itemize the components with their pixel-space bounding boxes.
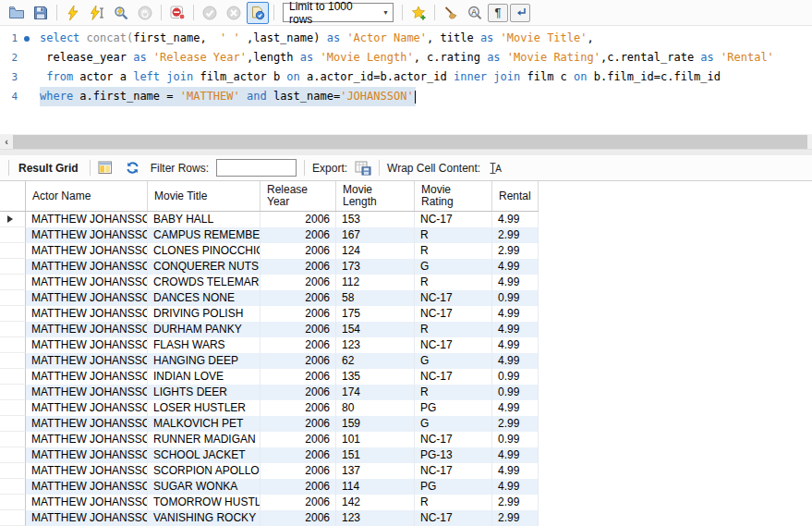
row-selector[interactable] — [0, 306, 26, 322]
open-script-button[interactable] — [6, 3, 28, 23]
sql-line-1[interactable]: 1select concat(first_name, ' ' ,last_nam… — [0, 29, 812, 48]
cell-movie-rating[interactable]: G — [415, 353, 492, 369]
table-row[interactable]: MATTHEW JOHANSSONSCORPION APOLLO2006137N… — [0, 463, 539, 479]
scroll-left-arrow[interactable]: ‹ — [0, 134, 13, 149]
table-row[interactable]: MATTHEW JOHANSSONLOSER HUSTLER200680PG4.… — [0, 400, 539, 416]
cell-actor-name[interactable]: MATTHEW JOHANSSON — [26, 227, 148, 243]
cell-movie-length[interactable]: 124 — [336, 243, 415, 259]
row-selector[interactable] — [0, 463, 26, 479]
cell-rental[interactable]: 4.99 — [492, 337, 539, 353]
sql-line-2[interactable]: 2 release_year as 'Release Year',length … — [0, 48, 812, 67]
filter-rows-input[interactable] — [216, 159, 297, 177]
table-row[interactable]: MATTHEW JOHANSSONDRIVING POLISH2006175NC… — [0, 306, 539, 322]
cell-movie-rating[interactable]: G — [415, 416, 492, 432]
cell-movie-rating[interactable]: R — [415, 322, 492, 337]
table-row[interactable]: MATTHEW JOHANSSONLIGHTS DEER2006174R0.99 — [0, 385, 539, 400]
table-row[interactable]: MATTHEW JOHANSSONCROWDS TELEMARK2006112R… — [0, 275, 539, 290]
column-header-rental[interactable]: Rental — [492, 181, 539, 211]
cell-movie-length[interactable]: 151 — [336, 447, 415, 463]
cell-movie-length[interactable]: 137 — [336, 463, 415, 479]
cell-movie-title[interactable]: SCORPION APOLLO — [148, 463, 261, 479]
cell-movie-title[interactable]: RUNNER MADIGAN — [148, 432, 261, 447]
row-selector[interactable] — [0, 337, 26, 353]
find-button[interactable]: A — [464, 3, 486, 23]
cell-actor-name[interactable]: MATTHEW JOHANSSON — [26, 212, 148, 227]
row-selector[interactable] — [0, 510, 26, 526]
cell-movie-rating[interactable]: NC-17 — [415, 212, 492, 227]
column-header-movie-rating[interactable]: Movie Rating — [415, 181, 492, 211]
cell-movie-length[interactable]: 167 — [336, 227, 415, 243]
show-invisibles-toggle[interactable]: ¶ — [488, 4, 508, 22]
cell-movie-length[interactable]: 123 — [336, 337, 415, 353]
cell-release-year[interactable]: 2006 — [261, 227, 336, 243]
table-row[interactable]: MATTHEW JOHANSSONRUNNER MADIGAN2006101NC… — [0, 432, 539, 447]
cell-movie-rating[interactable]: PG — [415, 479, 492, 495]
table-row[interactable]: MATTHEW JOHANSSONVANISHING ROCKY2006123N… — [0, 510, 539, 526]
cell-rental[interactable]: 4.99 — [492, 400, 539, 416]
cell-movie-length[interactable]: 173 — [336, 259, 415, 275]
wrap-text-toggle[interactable] — [510, 4, 530, 22]
cell-movie-length[interactable]: 135 — [336, 369, 415, 385]
cell-movie-rating[interactable]: R — [415, 227, 492, 243]
cell-movie-title[interactable]: INDIAN LOVE — [148, 369, 261, 385]
cell-movie-title[interactable]: LOSER HUSTLER — [148, 400, 261, 416]
cell-movie-rating[interactable]: G — [415, 259, 492, 275]
cell-movie-title[interactable]: HANGING DEEP — [148, 353, 261, 369]
cell-rental[interactable]: 4.99 — [492, 306, 539, 322]
sql-line-4[interactable]: 4where a.first_name = 'MATTHEW' and last… — [0, 87, 812, 106]
table-row[interactable]: MATTHEW JOHANSSONMALKOVICH PET2006159G2.… — [0, 416, 539, 432]
cell-release-year[interactable]: 2006 — [261, 447, 336, 463]
cell-release-year[interactable]: 2006 — [261, 432, 336, 447]
cell-movie-length[interactable]: 101 — [336, 432, 415, 447]
cell-movie-title[interactable]: CLONES PINOCCHIO — [148, 243, 261, 259]
cell-movie-title[interactable]: SCHOOL JACKET — [148, 447, 261, 463]
cell-release-year[interactable]: 2006 — [261, 290, 336, 306]
cell-movie-rating[interactable]: R — [415, 243, 492, 259]
cell-rental[interactable]: 0.99 — [492, 290, 539, 306]
execute-script-button[interactable] — [62, 3, 84, 23]
save-script-button[interactable] — [30, 3, 52, 23]
cell-release-year[interactable]: 2006 — [261, 463, 336, 479]
cell-rental[interactable]: 4.99 — [492, 447, 539, 463]
cell-release-year[interactable]: 2006 — [261, 337, 336, 353]
table-row[interactable]: MATTHEW JOHANSSONSCHOOL JACKET2006151PG-… — [0, 447, 539, 463]
cell-movie-length[interactable]: 58 — [336, 290, 415, 306]
cell-rental[interactable]: 2.99 — [492, 227, 539, 243]
cell-movie-length[interactable]: 153 — [336, 212, 415, 227]
row-selector[interactable] — [0, 385, 26, 400]
cell-movie-rating[interactable]: PG — [415, 400, 492, 416]
cell-movie-rating[interactable]: R — [415, 385, 492, 400]
cell-rental[interactable]: 4.99 — [492, 463, 539, 479]
cell-movie-length[interactable]: 112 — [336, 275, 415, 290]
cell-movie-rating[interactable]: NC-17 — [415, 337, 492, 353]
explain-plan-button[interactable] — [110, 3, 132, 23]
refresh-button[interactable] — [126, 161, 139, 175]
cell-actor-name[interactable]: MATTHEW JOHANSSON — [26, 259, 148, 275]
grid-view-button[interactable] — [98, 161, 113, 175]
table-row[interactable]: MATTHEW JOHANSSONCLONES PINOCCHIO2006124… — [0, 243, 539, 259]
cell-actor-name[interactable]: MATTHEW JOHANSSON — [26, 463, 148, 479]
cell-movie-title[interactable]: BABY HALL — [148, 212, 261, 227]
cell-movie-length[interactable]: 175 — [336, 306, 415, 322]
cell-actor-name[interactable]: MATTHEW JOHANSSON — [26, 479, 148, 495]
cell-movie-length[interactable]: 174 — [336, 385, 415, 400]
cell-rental[interactable]: 4.99 — [492, 259, 539, 275]
cell-actor-name[interactable]: MATTHEW JOHANSSON — [26, 416, 148, 432]
cell-actor-name[interactable]: MATTHEW JOHANSSON — [26, 243, 148, 259]
save-snippet-button[interactable] — [407, 3, 430, 23]
cell-rental[interactable]: 4.99 — [492, 353, 539, 369]
cell-movie-title[interactable]: TOMORROW HUSTLER — [148, 495, 261, 510]
cell-release-year[interactable]: 2006 — [261, 212, 336, 227]
cell-movie-rating[interactable]: NC-17 — [415, 432, 492, 447]
table-row[interactable]: MATTHEW JOHANSSONHANGING DEEP200662G4.99 — [0, 353, 539, 369]
cell-actor-name[interactable]: MATTHEW JOHANSSON — [26, 275, 148, 290]
cell-movie-rating[interactable]: PG-13 — [415, 447, 492, 463]
cell-rental[interactable]: 0.99 — [492, 385, 539, 400]
cell-rental[interactable]: 2.99 — [492, 416, 539, 432]
cell-release-year[interactable]: 2006 — [261, 369, 336, 385]
table-row[interactable]: MATTHEW JOHANSSONCONQUERER NUTS2006173G4… — [0, 259, 539, 275]
cell-movie-title[interactable]: DANCES NONE — [148, 290, 261, 306]
table-row[interactable]: MATTHEW JOHANSSONCAMPUS REMEMBER2006167R… — [0, 227, 539, 243]
cell-release-year[interactable]: 2006 — [261, 495, 336, 510]
row-selector[interactable] — [0, 227, 26, 243]
